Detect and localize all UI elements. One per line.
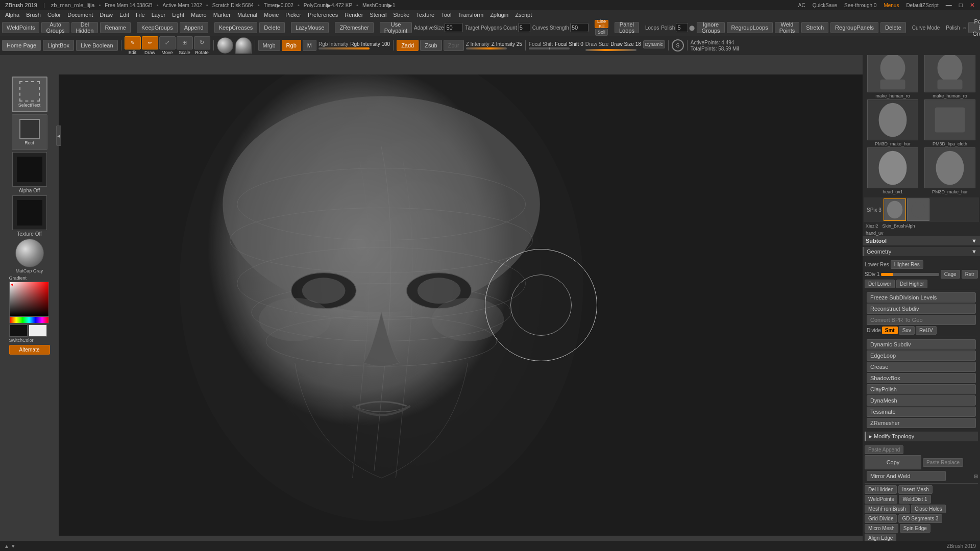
select-rect-tool[interactable]: SelectRect [12, 77, 47, 112]
stretch-btn[interactable]: Stretch [801, 22, 828, 33]
menu-stencil[interactable]: Stencil [366, 11, 389, 18]
mrgb-btn[interactable]: Mrgb [258, 40, 280, 51]
zadd-btn[interactable]: Zadd [397, 40, 419, 51]
main-viewport[interactable] [59, 74, 863, 536]
thumb-pm3d-make-hur2[interactable]: PM3D_make_hur [922, 147, 978, 194]
menu-layer[interactable]: Layer [149, 11, 169, 18]
reconstruct-subdiv-btn[interactable]: Reconstruct Subdiv [867, 304, 976, 314]
rect-tool[interactable]: Rect [12, 114, 47, 150]
micro-mesh-btn[interactable]: Micro Mesh [865, 524, 898, 533]
quicksave-btn[interactable]: QuickSave [810, 2, 840, 9]
sidebar-toggle-btn[interactable]: ◄ [56, 126, 61, 146]
menu-color[interactable]: Color [44, 11, 64, 18]
rstr-btn[interactable]: Rstr [962, 270, 978, 279]
see-through-btn[interactable]: See-through 0 [841, 2, 879, 9]
spix-thumb-xiezi2[interactable] [884, 198, 906, 221]
shadowbox-btn[interactable]: ShadowBox [867, 373, 976, 383]
menus-btn[interactable]: Menus [880, 2, 902, 9]
viewport-canvas[interactable] [59, 74, 863, 536]
lazy-mouse-btn[interactable]: LazyMouse [291, 22, 329, 33]
ac-btn[interactable]: AC [795, 2, 808, 9]
polish-by-groups-btn[interactable]: Polish By Groups [968, 22, 980, 33]
smt-btn[interactable]: Smt [882, 327, 898, 334]
menu-material[interactable]: Material [234, 11, 260, 18]
dynamesh-btn[interactable]: DynaMesh [867, 395, 976, 406]
window-close[interactable]: ✕ [967, 1, 978, 9]
weld-dist-btn[interactable]: WeldDist 1 [899, 495, 930, 504]
menu-transform[interactable]: Transform [455, 11, 486, 18]
modify-topology-header[interactable]: ▸ Modify Topology [865, 432, 978, 441]
thumb-pm3d-make-hur[interactable]: PM3D_make_hur [865, 99, 921, 146]
hue-slider[interactable] [9, 316, 49, 323]
spin-edge-btn[interactable]: Spin Edge [900, 524, 930, 533]
copy-btn[interactable]: Copy [865, 455, 921, 469]
menu-preferences[interactable]: Preferences [305, 11, 341, 18]
move-btn[interactable]: ⤢ Move [159, 36, 176, 55]
alpha-thumb[interactable] [12, 152, 47, 187]
append-btn[interactable]: Append [180, 22, 208, 33]
window-maximize[interactable]: □ [956, 1, 966, 9]
delete-btn[interactable]: Delete [259, 22, 285, 33]
convert-bpr-btn[interactable]: Convert BPR To Geo [867, 315, 976, 325]
m-btn[interactable]: M [303, 40, 316, 51]
freeze-subdiv-btn[interactable]: Freeze SubDivision Levels [867, 292, 976, 303]
del-hidden-btn[interactable]: Del Hidden [71, 22, 99, 33]
menu-document[interactable]: Document [64, 11, 96, 18]
weldpoints-btn[interactable]: WeldPoints [2, 22, 39, 33]
mesh-from-brush-btn[interactable]: MeshFromBrush [865, 505, 910, 513]
menu-render[interactable]: Render [341, 11, 366, 18]
menu-zscript[interactable]: Zscript [512, 11, 535, 18]
gd-segments-btn[interactable]: GD Segments 3 [898, 514, 942, 523]
close-holes-btn[interactable]: Close Holes [911, 505, 946, 513]
background-color[interactable] [29, 324, 47, 337]
menu-zplugin[interactable]: Zplugin [487, 11, 511, 18]
window-minimize[interactable]: — [943, 1, 955, 9]
use-polypaint-btn[interactable]: Use Polypaint [380, 22, 412, 33]
del-lower-btn[interactable]: Del Lower [865, 280, 895, 288]
reuv-btn[interactable]: ReUV [916, 326, 937, 335]
subtool-header[interactable]: Subtool ▼ [863, 236, 980, 245]
suv-btn[interactable]: Suv [899, 326, 915, 335]
tessimate-btn[interactable]: Tessimate [867, 407, 976, 417]
geometry-header[interactable]: Geometry ▼ [863, 247, 980, 256]
regroup-loops-btn[interactable]: RegroupLoops [727, 22, 773, 33]
thumb-head-uv1[interactable]: head_uv1 [865, 147, 921, 194]
draw-size-slider[interactable] [585, 49, 636, 51]
delete-btn2[interactable]: Delete [880, 22, 906, 33]
auto-groups-btn[interactable]: Auto Groups [41, 22, 69, 33]
menu-marker[interactable]: Marker [210, 11, 234, 18]
thumb-pm3d-lipa-cloth[interactable]: PM3D_lipa_cloth [922, 99, 978, 146]
keep-creases-btn[interactable]: KeepCreases [214, 22, 258, 33]
alternate-btn[interactable]: Alternate [9, 345, 50, 355]
rgb-intensity-slider[interactable] [318, 47, 370, 49]
thumb-make-human-ro2[interactable]: make_human_ro [922, 52, 978, 98]
grid-divide-btn[interactable]: Grid Divide [865, 514, 897, 523]
zcur-btn[interactable]: Zcur [444, 40, 464, 51]
default-zscript-btn[interactable]: DefaultZScript [903, 2, 941, 9]
zremesher-btn[interactable]: ZRemesher [335, 22, 373, 33]
dynamic-btn[interactable]: Dynamic [643, 40, 665, 48]
menu-movie[interactable]: Movie [261, 11, 282, 18]
s-circle-btn[interactable]: S [672, 39, 684, 52]
cage-btn[interactable]: Cage [941, 270, 960, 279]
dynamic-subdiv-btn[interactable]: Dynamic Subdiv [867, 339, 976, 349]
soli-btn[interactable]: Soli [595, 29, 608, 36]
foreground-color[interactable] [9, 324, 28, 337]
zremesher-geo-btn[interactable]: ZRemesher [867, 418, 976, 428]
menu-tool[interactable]: Tool [438, 11, 454, 18]
edit-btn[interactable]: ✎ Edit [125, 36, 141, 55]
edgeloop-btn[interactable]: EdgeLoop [867, 350, 976, 361]
adaptive-size-input[interactable] [445, 23, 463, 32]
material-orb2[interactable] [235, 37, 252, 54]
draw-btn[interactable]: ✏ Draw [142, 36, 158, 55]
del-hidden-right-btn[interactable]: Del Hidden [865, 485, 897, 494]
rgb-btn[interactable]: Rgb [282, 40, 301, 51]
higher-res-btn[interactable]: Higher Res [891, 260, 923, 269]
weld-points-btn[interactable]: Weld Points [775, 22, 800, 33]
menu-alpha[interactable]: Alpha [2, 11, 22, 18]
paste-replace-btn[interactable]: Paste Replace [923, 458, 963, 467]
menu-edit[interactable]: Edit [116, 11, 132, 18]
rotate-btn[interactable]: ↻ Rotate [194, 36, 210, 55]
menu-light[interactable]: Light [169, 11, 187, 18]
menu-texture[interactable]: Texture [413, 11, 437, 18]
